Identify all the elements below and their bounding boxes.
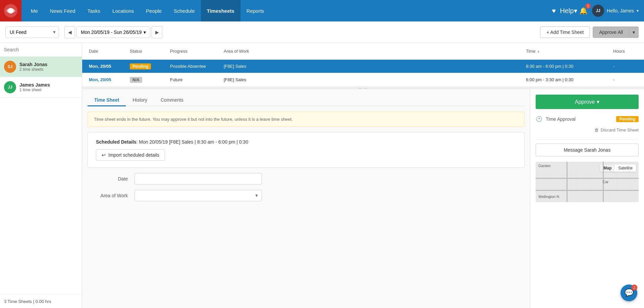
add-timesheet-button[interactable]: + Add Time Sheet bbox=[540, 27, 590, 38]
warning-box: Time sheet ends in the future. You may a… bbox=[88, 112, 525, 127]
help-button[interactable]: Help ▾ bbox=[562, 5, 575, 17]
avatar[interactable]: JJ bbox=[592, 5, 604, 17]
next-date-button[interactable]: ▶ bbox=[152, 26, 162, 38]
navbar: Me News Feed Tasks Locations People Sche… bbox=[0, 0, 644, 21]
notification-bell[interactable]: 🔔 1 bbox=[577, 5, 589, 17]
approve-button[interactable]: Approve ▾ bbox=[536, 95, 639, 109]
date-nav: ◀ Mon 20/05/19 - Sun 26/05/19 ▾ ▶ bbox=[64, 26, 162, 38]
tab-history[interactable]: History bbox=[126, 95, 154, 106]
notification-count: 1 bbox=[585, 3, 591, 9]
employee-name-sarah: Sarah Jonas bbox=[19, 62, 78, 67]
detail-main: Time Sheet History Comments Time sheet e… bbox=[82, 89, 530, 308]
employee-item-james[interactable]: JJ James James 1 time sheet bbox=[0, 77, 82, 98]
chat-badge: 2 bbox=[631, 285, 637, 291]
user-greeting: Hello, James bbox=[607, 8, 634, 13]
map-label-wellington: Wellington N bbox=[538, 195, 559, 199]
area-label: Area of Work bbox=[88, 193, 135, 198]
map-area: Garden Car Wellington N Map Satellite bbox=[536, 162, 639, 202]
nav-people[interactable]: People bbox=[140, 0, 168, 21]
col-hours: Hours bbox=[613, 49, 640, 54]
date-dropdown-arrow: ▾ bbox=[144, 30, 146, 35]
table-row[interactable]: Mon, 20/05 N/A Future [F8E] Sales 6:00 p… bbox=[82, 73, 644, 87]
time-pending-badge: Pending bbox=[616, 116, 639, 122]
search-input[interactable] bbox=[3, 46, 79, 54]
status-badge-na: N/A bbox=[130, 77, 142, 83]
date-range-text: Mon 20/05/19 - Sun 26/05/19 bbox=[81, 30, 142, 35]
tab-comments[interactable]: Comments bbox=[154, 95, 190, 106]
main-layout: SJ Sarah Jonas 2 time sheets JJ James Ja… bbox=[0, 43, 644, 308]
col-progress: Progress bbox=[170, 49, 224, 54]
nav-news-feed[interactable]: News Feed bbox=[44, 0, 82, 21]
timesheet-rows: Mon, 20/05 Pending Possible Absentee [F8… bbox=[82, 60, 644, 87]
avatar-james: JJ bbox=[4, 81, 16, 93]
right-panel: Date Status Progress Area of Work Time ▲… bbox=[82, 43, 644, 308]
nav-reports[interactable]: Reports bbox=[240, 0, 270, 21]
heart-icon[interactable]: ♥ bbox=[548, 5, 560, 17]
chat-bubble[interactable]: 💬 2 bbox=[621, 285, 637, 301]
employee-sheets-james: 1 time sheet bbox=[19, 88, 78, 92]
tab-timesheet[interactable]: Time Sheet bbox=[88, 95, 126, 106]
map-road-h2 bbox=[536, 190, 639, 191]
message-button[interactable]: Message Sarah Jonas bbox=[536, 144, 639, 156]
toolbar: UI Feed ▼ ◀ Mon 20/05/19 - Sun 26/05/19 … bbox=[0, 21, 644, 43]
date-range-button[interactable]: Mon 20/05/19 - Sun 26/05/19 ▾ bbox=[76, 27, 150, 38]
row1-progress: Possible Absentee bbox=[170, 64, 224, 69]
nav-right: ♥ Help ▾ 🔔 1 JJ Hello, James ▾ bbox=[548, 5, 644, 17]
table-row[interactable]: Mon, 20/05 Pending Possible Absentee [F8… bbox=[82, 60, 644, 73]
import-scheduled-button[interactable]: ↩ Import scheduled details bbox=[96, 149, 165, 161]
approve-dropdown-arrow: ▾ bbox=[597, 99, 599, 105]
nav-tasks[interactable]: Tasks bbox=[82, 0, 106, 21]
row1-hours: - bbox=[613, 64, 640, 69]
map-road-h1 bbox=[536, 178, 639, 179]
col-date: Date bbox=[86, 49, 130, 54]
logo[interactable] bbox=[0, 0, 21, 21]
footer-summary: 3 Time Sheets | 0.00 hrs bbox=[0, 295, 82, 308]
col-area: Area of Work bbox=[224, 49, 526, 54]
discard-timesheet-link[interactable]: 🗑 Discard Time Sheet bbox=[536, 127, 639, 133]
tabs: Time Sheet History Comments bbox=[88, 95, 525, 106]
employee-item-sarah[interactable]: SJ Sarah Jonas 2 time sheets bbox=[0, 57, 82, 77]
nav-me[interactable]: Me bbox=[25, 0, 44, 21]
status-badge-pending: Pending bbox=[130, 63, 151, 69]
approve-all-dropdown-button[interactable]: ▾ bbox=[629, 27, 639, 38]
row2-status: N/A bbox=[130, 77, 170, 83]
nav-schedule[interactable]: Schedule bbox=[168, 0, 201, 21]
time-approval-label: Time Approval bbox=[546, 116, 576, 122]
approve-all-group: Approve All ▾ bbox=[593, 27, 639, 38]
date-input[interactable] bbox=[135, 173, 262, 185]
feed-select[interactable]: UI Feed bbox=[5, 27, 59, 38]
sidebar-divider bbox=[536, 139, 639, 140]
row2-date: Mon, 20/05 bbox=[86, 77, 130, 82]
employee-list: SJ Sarah Jonas 2 time sheets JJ James Ja… bbox=[0, 57, 82, 295]
nav-locations[interactable]: Locations bbox=[106, 0, 140, 21]
area-select[interactable] bbox=[135, 190, 262, 201]
row2-area: [F8E] Sales bbox=[224, 77, 526, 82]
date-form-group: Date bbox=[88, 173, 525, 185]
detail-panel: Time Sheet History Comments Time sheet e… bbox=[82, 89, 644, 308]
nav-links: Me News Feed Tasks Locations People Sche… bbox=[25, 0, 270, 21]
table-header: Date Status Progress Area of Work Time ▲… bbox=[82, 43, 644, 60]
map-road-v1 bbox=[567, 162, 568, 202]
row2-hours: - bbox=[613, 77, 640, 82]
nav-timesheets[interactable]: Timesheets bbox=[201, 0, 240, 21]
panel-divider[interactable]: — — bbox=[82, 87, 644, 89]
svg-point-1 bbox=[8, 8, 13, 13]
prev-date-button[interactable]: ◀ bbox=[64, 26, 75, 38]
detail-sidebar: Approve ▾ 🕐 Time Approval Pending 🗑 Disc… bbox=[530, 89, 644, 308]
feed-select-wrapper: UI Feed ▼ bbox=[5, 27, 59, 38]
map-label-car: Car bbox=[603, 180, 609, 184]
row1-status: Pending bbox=[130, 63, 170, 69]
employee-sheets-sarah: 2 time sheets bbox=[19, 67, 78, 72]
sort-icon: ▲ bbox=[537, 49, 540, 53]
trash-icon: 🗑 bbox=[594, 127, 599, 133]
avatar-sarah: SJ bbox=[4, 61, 16, 73]
toolbar-right: + Add Time Sheet Approve All ▾ bbox=[540, 27, 639, 38]
row2-progress: Future bbox=[170, 77, 224, 82]
approve-all-button[interactable]: Approve All bbox=[593, 27, 629, 38]
scheduled-title: Scheduled Details: Mon 20/05/19 [F8E] Sa… bbox=[96, 139, 516, 145]
time-approval-row: 🕐 Time Approval Pending bbox=[536, 116, 639, 122]
clock-icon: 🕐 bbox=[536, 116, 542, 122]
greeting-arrow: ▾ bbox=[637, 8, 639, 13]
row1-area: [F8E] Sales bbox=[224, 64, 526, 69]
scheduled-box: Scheduled Details: Mon 20/05/19 [F8E] Sa… bbox=[88, 132, 525, 168]
